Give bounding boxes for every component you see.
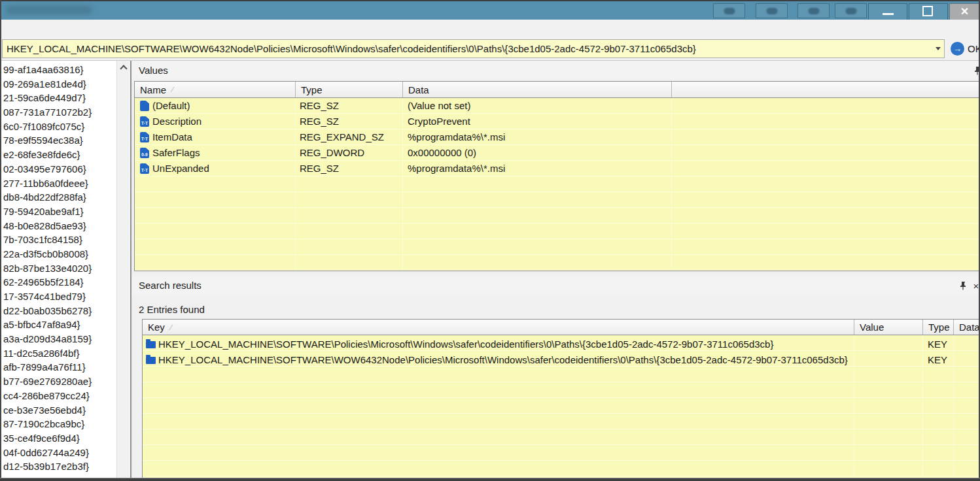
close-button[interactable]: ✕ xyxy=(949,3,980,20)
search-table-body: HKEY_LOCAL_MACHINE\SOFTWARE\Policies\Mic… xyxy=(143,335,980,478)
tree-item[interactable]: a3a-d209d34a8159} xyxy=(1,332,116,346)
tree-item[interactable]: d12-5b39b17e2b3f} xyxy=(1,459,116,474)
pin-icon[interactable] xyxy=(958,280,968,291)
value-row[interactable]: T·T UnExpanded REG_SZ %programdata%\*.ms… xyxy=(135,161,980,176)
tree-item[interactable]: 087-731a771072b2} xyxy=(1,105,116,120)
value-name: SaferFlags xyxy=(152,145,293,161)
minimize-icon xyxy=(883,13,894,15)
tree-item[interactable]: afb-7899a4a76f11} xyxy=(1,360,116,374)
result-type: KEY xyxy=(928,352,953,368)
value-name: ItemData xyxy=(152,129,293,145)
title-text-remnant xyxy=(7,6,92,14)
tree-item[interactable]: 17-3574c41bed79} xyxy=(1,290,116,304)
value-name: UnExpanded xyxy=(152,161,293,176)
tree-item[interactable]: 09-269a1e81de4d} xyxy=(1,77,116,91)
sort-ascending-icon: ∕ xyxy=(172,85,173,94)
value-type: REG_DWORD xyxy=(300,145,401,161)
folder-icon xyxy=(146,357,156,364)
address-dropdown-button[interactable] xyxy=(932,40,944,58)
value-type: REG_EXPAND_SZ xyxy=(300,129,401,145)
tree-item[interactable]: 22a-d3f5cb0b8008} xyxy=(1,247,116,261)
column-header-key[interactable]: Key ∕ xyxy=(143,320,854,335)
tree-item[interactable]: 78-e9f5594ec38a} xyxy=(1,133,116,148)
tree-item[interactable]: a5-bfbc47af8a94} xyxy=(1,318,116,332)
value-data: 0x00000000 (0) xyxy=(408,145,669,161)
tree-item[interactable]: 6c0-7f1089fc075c} xyxy=(1,120,116,134)
address-input[interactable]: HKEY_LOCAL_MACHINE\SOFTWARE\WOW6432Node\… xyxy=(2,39,945,58)
window-border-bottom xyxy=(0,478,980,481)
column-header-name[interactable]: Name ∕ xyxy=(135,82,296,97)
minimize-button[interactable] xyxy=(868,3,907,20)
tree-item[interactable]: 277-11bb6a0fdeee} xyxy=(1,176,116,191)
sort-ascending-icon: ∕ xyxy=(171,323,172,332)
column-header-type[interactable]: Type xyxy=(296,82,403,97)
value-data: (Value not set) xyxy=(408,98,669,114)
tree-item[interactable]: b77-69e2769280ae} xyxy=(1,374,116,389)
tree-item[interactable]: 82b-87be133e4020} xyxy=(1,261,116,276)
values-table: Name ∕ Type Data (Default) REG_SZ xyxy=(134,81,980,271)
result-key: HKEY_LOCAL_MACHINE\SOFTWARE\WOW6432Node\… xyxy=(158,352,850,368)
column-header-data[interactable]: Data xyxy=(954,320,980,335)
column-header-blank[interactable] xyxy=(672,82,980,97)
restore-button[interactable] xyxy=(909,3,948,20)
chevron-down-icon xyxy=(936,47,941,53)
address-path-text: HKEY_LOCAL_MACHINE\SOFTWARE\WOW6432Node\… xyxy=(3,43,696,54)
scroll-up-button[interactable] xyxy=(117,61,130,73)
result-value xyxy=(860,337,919,352)
restore-icon xyxy=(924,8,932,16)
tree-item[interactable]: 99-af1a4aa63816} xyxy=(1,63,116,77)
tree-item[interactable]: 02-03495e797606} xyxy=(1,162,116,176)
tree-item[interactable]: 04f-0dd62744a249} xyxy=(1,446,116,460)
column-header-type[interactable]: Type xyxy=(923,320,954,335)
faded-toolbar-icon xyxy=(845,8,856,14)
values-table-body: (Default) REG_SZ (Value not set) T·T Des… xyxy=(135,98,980,271)
search-results-table: Key ∕ Value Type Data HKE xyxy=(142,319,980,479)
faded-toolbar-icon xyxy=(766,8,777,14)
sidebar-scrollbar[interactable] xyxy=(116,61,130,479)
values-panel-title: Values xyxy=(139,65,168,76)
tree-item[interactable]: 48-b0e828d5ae93} xyxy=(1,219,116,233)
string-value-icon: T·T xyxy=(140,116,149,127)
window-border-left xyxy=(0,0,1,481)
tree-item[interactable]: cc4-286be879cc24} xyxy=(1,389,116,403)
close-icon: ✕ xyxy=(960,7,969,17)
value-row[interactable]: T·T ItemData REG_EXPAND_SZ %programdata%… xyxy=(135,129,980,145)
column-header-value[interactable]: Value xyxy=(854,320,923,335)
tree-item[interactable]: db8-4bd22df288fa} xyxy=(1,190,116,205)
go-button[interactable]: → xyxy=(951,42,964,56)
search-result-row[interactable]: HKEY_LOCAL_MACHINE\SOFTWARE\WOW6432Node\… xyxy=(143,352,980,368)
tree-item[interactable]: 35-ce4f9ce6f9d4} xyxy=(1,431,116,446)
search-result-row[interactable]: HKEY_LOCAL_MACHINE\SOFTWARE\Policies\Mic… xyxy=(143,337,980,352)
value-row[interactable]: (Default) REG_SZ (Value not set) xyxy=(135,98,980,114)
value-row[interactable]: 0-9 SaferFlags REG_DWORD 0x00000000 (0) xyxy=(135,145,980,161)
tree-item[interactable]: d22-b0ab035b6278} xyxy=(1,304,116,318)
result-key: HKEY_LOCAL_MACHINE\SOFTWARE\Policies\Mic… xyxy=(158,337,850,352)
toolbar-area xyxy=(1,20,979,39)
tree-item[interactable]: 62-24965b5f2184} xyxy=(1,275,116,290)
titlebar-ghost-button-1 xyxy=(713,3,745,18)
faded-toolbar-icon xyxy=(724,8,735,14)
search-results-title: Search results xyxy=(139,280,201,291)
titlebar-ghost-button-4 xyxy=(835,3,867,18)
registry-tree-sidebar[interactable]: 99-af1a4aa63816} 09-269a1e81de4d} 21-59c… xyxy=(1,61,116,479)
value-type: REG_SZ xyxy=(300,161,401,176)
values-table-header: Name ∕ Type Data xyxy=(135,81,980,98)
value-row[interactable]: T·T Description REG_SZ CryptoPrevent xyxy=(135,114,980,129)
tree-item[interactable]: 21-59ca6de449d7} xyxy=(1,91,116,105)
titlebar-ghost-button-2 xyxy=(756,3,788,18)
string-value-icon: T·T xyxy=(140,132,149,142)
address-bar-row: HKEY_LOCAL_MACHINE\SOFTWARE\WOW6432Node\… xyxy=(1,39,979,61)
tree-item[interactable]: 7b-703c1fc84158} xyxy=(1,233,116,247)
title-bar[interactable]: ✕ xyxy=(0,1,980,20)
default-value-icon xyxy=(140,101,149,111)
tree-item[interactable]: ce-b3e73e56ebd4} xyxy=(1,403,116,418)
column-header-data[interactable]: Data xyxy=(403,82,672,97)
tree-item[interactable]: 11-d2c5a286f4bf} xyxy=(1,346,116,361)
entries-found-label: 2 Entries found xyxy=(139,304,205,315)
value-data: %programdata%\*.msi xyxy=(408,129,669,145)
tree-item[interactable]: 87-7190c2bca9bc} xyxy=(1,417,116,431)
value-type: REG_SZ xyxy=(300,114,401,129)
tree-item[interactable]: e2-68fe3e8fde6c} xyxy=(1,148,116,162)
result-type: KEY xyxy=(928,337,953,352)
tree-item[interactable]: 79-59420abe9af1} xyxy=(1,205,116,219)
